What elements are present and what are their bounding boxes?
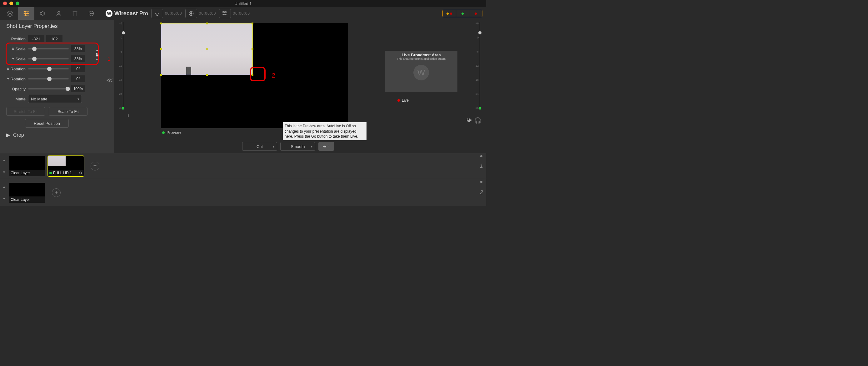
shot-clear-layer-1[interactable]: Clear Layer: [9, 156, 45, 176]
reset-position-button[interactable]: Reset Position: [25, 119, 69, 128]
viewer-area: +6 0 -6 -12 -18 -24 -36 +6 0 -6 -12 -18 …: [114, 20, 486, 153]
opacity-slider[interactable]: [28, 88, 69, 89]
page-indicator-dot: [480, 181, 483, 183]
y-rotation-label: Y Rotation: [6, 77, 28, 81]
layer-row-2: ▲▼ Clear Layer + 2: [0, 179, 486, 206]
y-rotation-slider[interactable]: [28, 78, 69, 80]
crop-section-toggle[interactable]: ▶ Crop: [6, 132, 114, 138]
stream-timecode: 00:00:00: [165, 11, 182, 16]
tab-person-icon[interactable]: [51, 7, 67, 20]
record-timecode: 00:00:00: [199, 11, 216, 16]
y-rotation-value[interactable]: 0°: [71, 75, 85, 82]
scale-lock[interactable]: ⌐ ⌙: [93, 49, 101, 61]
matte-label: Matte: [6, 97, 28, 101]
speaker-icon[interactable]: 🕪: [466, 117, 472, 124]
svg-point-13: [190, 12, 192, 15]
svg-point-3: [25, 11, 26, 12]
tab-properties-icon[interactable]: [18, 7, 34, 20]
preview-audio-meter: +6 0 -6 -12 -18 -24 -36: [116, 22, 128, 110]
record-button[interactable]: [185, 9, 197, 18]
status-seg-1[interactable]: [443, 10, 456, 17]
minimize-window[interactable]: [9, 2, 13, 5]
toolbar: W Wirecast Pro 00:00:00 00:00:00 ISOREC …: [0, 7, 486, 20]
opacity-label: Opacity: [6, 87, 28, 91]
add-shot-button-1[interactable]: +: [91, 162, 99, 170]
properties-panel: Shot Layer Properties Position X Scale 3…: [0, 20, 114, 153]
x-scale-slider[interactable]: [28, 48, 69, 50]
iso-record-button[interactable]: ISOREC: [219, 9, 231, 18]
brand-logo-icon: W: [105, 10, 113, 17]
svg-point-8: [90, 13, 91, 14]
go-button[interactable]: ➔○: [318, 142, 334, 151]
shot-layers: ▲▼ Clear Layer FULL HD 1⚙ + 1 ▲▼ Clear L…: [0, 153, 486, 206]
svg-point-4: [27, 13, 28, 14]
row-down-icon[interactable]: ▼: [2, 170, 6, 174]
live-broadcast-placeholder: Live Broadcast Area This area represents…: [385, 51, 458, 92]
close-window[interactable]: [3, 2, 7, 5]
tab-layers-icon[interactable]: [2, 7, 18, 20]
headphones-icon[interactable]: 🎧: [474, 117, 481, 124]
matte-select[interactable]: No Matte ▾: [28, 95, 82, 103]
mic-icon[interactable]: [126, 114, 131, 119]
transition-cut-select[interactable]: Cut▾: [242, 142, 277, 151]
layer-row-1: ▲▼ Clear Layer FULL HD 1⚙ + 1: [0, 153, 486, 179]
layer-index-2: 2: [480, 189, 483, 196]
gear-icon[interactable]: ⚙: [79, 171, 83, 175]
live-audio-meter: +6 0 -6 -12 -18 -24 -36: [472, 22, 484, 110]
selected-source[interactable]: ✕: [161, 23, 253, 75]
svg-rect-14: [96, 54, 98, 56]
annotation-1: 1: [107, 56, 111, 62]
collapse-panel-icon[interactable]: ≪: [106, 76, 113, 84]
annotation-box-2: [250, 67, 266, 81]
lock-icon: [95, 52, 100, 57]
play-icon: ▶: [6, 132, 10, 138]
stream-button[interactable]: [151, 9, 163, 18]
row-up-icon[interactable]: ▲: [2, 185, 6, 188]
y-scale-slider[interactable]: [28, 58, 69, 59]
panel-title: Shot Layer Properties: [6, 23, 114, 29]
row-up-icon[interactable]: ▲: [2, 158, 6, 162]
window-controls: [0, 2, 19, 5]
status-seg-3[interactable]: [469, 10, 482, 17]
live-label: Live: [398, 98, 409, 103]
brand-name: Wirecast: [114, 10, 138, 17]
position-x-input[interactable]: [28, 35, 44, 42]
page-indicator-dot: [480, 155, 483, 157]
opacity-value[interactable]: 100%: [71, 85, 85, 92]
arrow-right-icon: ➔: [323, 144, 327, 149]
stretch-to-fit-button[interactable]: Stretch To Fit: [6, 107, 45, 116]
tab-text-icon[interactable]: [67, 7, 83, 20]
annotation-box-1: [6, 43, 99, 65]
row-down-icon[interactable]: ▼: [2, 197, 6, 200]
preview-tooltip: This is the Preview area. AutoLive is Of…: [283, 122, 367, 140]
titlebar: Untitled 1: [0, 0, 486, 7]
window-title: Untitled 1: [235, 1, 252, 6]
position-label: Position: [6, 36, 28, 41]
transition-smooth-select[interactable]: Smooth▾: [280, 142, 315, 151]
wirecast-watermark-icon: W: [413, 65, 429, 80]
position-y-input[interactable]: [46, 35, 62, 42]
svg-point-6: [58, 11, 60, 13]
tab-more-icon[interactable]: [83, 7, 99, 20]
tab-audio-icon[interactable]: [34, 7, 51, 20]
svg-point-10: [92, 13, 93, 14]
x-rotation-slider[interactable]: [28, 68, 69, 69]
layer-index-1: 1: [480, 163, 483, 169]
x-rotation-label: X Rotation: [6, 67, 28, 71]
status-seg-2[interactable]: [456, 10, 469, 17]
chevron-down-icon: ▾: [78, 97, 79, 101]
live-fader[interactable]: [479, 22, 480, 110]
maximize-window[interactable]: [16, 2, 19, 5]
shot-clear-layer-2[interactable]: Clear Layer: [9, 183, 45, 203]
svg-point-9: [91, 13, 92, 14]
brand: W Wirecast Pro: [105, 10, 148, 17]
svg-point-5: [25, 15, 26, 16]
annotation-2: 2: [272, 72, 275, 79]
x-rotation-value[interactable]: 0°: [71, 65, 85, 72]
shot-fullhd1[interactable]: FULL HD 1⚙: [48, 156, 84, 176]
scale-to-fit-button[interactable]: Scale To Fit: [49, 107, 88, 116]
iso-timecode: 00:00:00: [233, 11, 250, 16]
preview-label: Preview: [162, 130, 181, 135]
add-shot-button-2[interactable]: +: [52, 188, 61, 197]
preview-fader[interactable]: [123, 22, 124, 110]
